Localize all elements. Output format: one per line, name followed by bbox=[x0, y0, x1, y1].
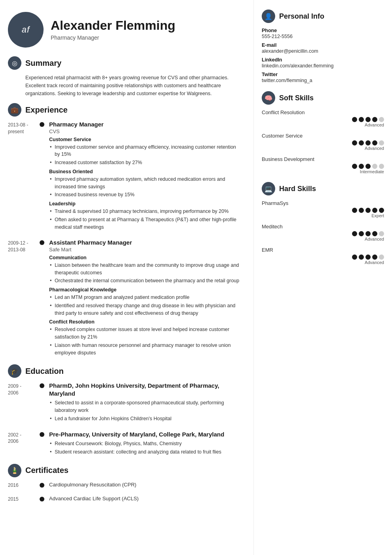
education-icon: 🎓 bbox=[8, 364, 21, 378]
list-item: Selected to assist in a corporate-sponso… bbox=[49, 399, 242, 414]
edu-2: 2002 -2006 Pre-Pharmacy, University of M… bbox=[8, 431, 242, 457]
dot-1 bbox=[352, 255, 357, 260]
experience-title: Experience bbox=[25, 105, 68, 115]
skill-name: Meditech bbox=[262, 224, 384, 230]
skill-dots bbox=[262, 255, 384, 260]
education-title: Education bbox=[25, 367, 64, 376]
dot-5 bbox=[379, 164, 384, 169]
dot-4 bbox=[372, 231, 377, 236]
candidate-title: Pharmacy Manager bbox=[51, 34, 175, 41]
dot-1 bbox=[352, 140, 357, 145]
job-1-sub2-bullets: Improved pharmacy automation system, whi… bbox=[49, 176, 242, 199]
dot-2 bbox=[359, 164, 364, 169]
personal-info-header: 👤 Personal Info bbox=[262, 10, 384, 23]
right-column: 👤 Personal Info Phone 555-212-5556 E-mai… bbox=[253, 0, 392, 555]
job-1: 2013-08 -present Pharmacy Manager CVS Cu… bbox=[8, 121, 242, 232]
dot-5 bbox=[379, 117, 384, 122]
hard-skills-header: 💻 Hard Skills bbox=[262, 182, 384, 195]
left-column: af Alexander Flemming Pharmacy Manager ◎… bbox=[0, 0, 253, 555]
job-1-sub3-title: Leadership bbox=[49, 201, 242, 207]
twitter-value: twitter.com/flemming_a bbox=[262, 78, 384, 83]
skill-name: Business Development bbox=[262, 156, 384, 162]
edu-2-bullets: Relevant Coursework: Biology, Physics, M… bbox=[49, 440, 242, 456]
list-item: Trained & supervised 10 pharmacy technic… bbox=[49, 208, 242, 215]
phone-value: 555-212-5556 bbox=[262, 34, 384, 39]
dot-2 bbox=[359, 231, 364, 236]
soft-skills-title: Soft Skills bbox=[279, 94, 314, 102]
skill-level: Advanced bbox=[262, 237, 384, 241]
edu-2-content: Pre-Pharmacy, University of Maryland, Co… bbox=[49, 431, 242, 457]
summary-header: ◎ Summary bbox=[8, 56, 242, 70]
job-2-company: Safe Mart bbox=[49, 247, 242, 253]
avatar-initials: af bbox=[22, 25, 30, 35]
dot-5 bbox=[379, 255, 384, 260]
job-2-title: Assistant Pharmacy Manager bbox=[49, 239, 242, 247]
job-1-dates: 2013-08 -present bbox=[8, 121, 40, 135]
summary-text: Experienced retail pharmacist with 8+ ye… bbox=[25, 74, 242, 98]
cert-2-dot bbox=[40, 497, 44, 501]
job-2: 2009-12 -2013-08 Assistant Pharmacy Mana… bbox=[8, 239, 242, 357]
dot-5 bbox=[379, 231, 384, 236]
dot-3 bbox=[365, 255, 371, 260]
skill-dots bbox=[262, 231, 384, 236]
email-value: alexander@penicillin.com bbox=[262, 48, 384, 54]
dot-4 bbox=[372, 117, 377, 122]
job-1-sub1-title: Customer Service bbox=[49, 137, 242, 142]
job-1-dot bbox=[40, 122, 44, 127]
summary-title: Summary bbox=[25, 59, 61, 68]
dot-2 bbox=[359, 208, 364, 213]
experience-header: 💼 Experience bbox=[8, 103, 242, 117]
soft-skills-section: 🧠 Soft Skills Conflict Resolution Advanc… bbox=[262, 91, 384, 174]
skill-dots bbox=[262, 140, 384, 145]
avatar: af bbox=[8, 12, 44, 48]
edu-2-dates: 2002 -2006 bbox=[8, 431, 40, 445]
dot-3 bbox=[365, 140, 371, 145]
skill-meditech: Meditech Advanced bbox=[262, 224, 384, 241]
skill-pharmasys: PharmaSys Expert bbox=[262, 200, 384, 218]
list-item: Resolved complex customer issues at stor… bbox=[49, 326, 242, 341]
list-item: Increased business revenue by 15% bbox=[49, 191, 242, 199]
job-2-content: Assistant Pharmacy Manager Safe Mart Com… bbox=[49, 239, 242, 357]
certificates-header: 🎍 Certificates bbox=[8, 464, 242, 477]
edu-1: 2009 -2006 PharmD, John Hopkins Universi… bbox=[8, 382, 242, 423]
dot-3 bbox=[365, 231, 371, 236]
dot-3 bbox=[365, 164, 371, 169]
job-2-sub2-title: Pharmacological Knowledge bbox=[49, 287, 242, 293]
education-header: 🎓 Education bbox=[8, 364, 242, 378]
skill-conflict-resolution: Conflict Resolution Advanced bbox=[262, 109, 384, 127]
skill-level: Advanced bbox=[262, 146, 384, 151]
list-item: Often asked to present at at Pharmacy & … bbox=[49, 216, 242, 231]
job-1-sub2-title: Business Oriented bbox=[49, 169, 242, 174]
header-info: Alexander Flemming Pharmacy Manager bbox=[51, 19, 175, 40]
skill-business-development: Business Development Intermediate bbox=[262, 156, 384, 174]
job-2-sub1-title: Communication bbox=[49, 255, 242, 260]
experience-icon: 💼 bbox=[8, 103, 21, 117]
job-2-dot bbox=[40, 240, 44, 245]
list-item: Relevant Coursework: Biology, Physics, M… bbox=[49, 440, 242, 448]
hard-skills-section: 💻 Hard Skills PharmaSys Expert Meditech bbox=[262, 182, 384, 265]
hard-skills-icon: 💻 bbox=[262, 182, 275, 195]
dot-3 bbox=[365, 208, 371, 213]
personal-info-title: Personal Info bbox=[279, 12, 324, 21]
list-item: Improved pharmacy automation system, whi… bbox=[49, 176, 242, 191]
hard-skills-title: Hard Skills bbox=[279, 185, 316, 193]
twitter-label: Twitter bbox=[262, 72, 384, 77]
dot-1 bbox=[352, 164, 357, 169]
edu-1-bullets: Selected to assist in a corporate-sponso… bbox=[49, 399, 242, 422]
dot-1 bbox=[352, 117, 357, 122]
cert-2-date: 2015 bbox=[8, 495, 40, 502]
cert-1-dot bbox=[40, 483, 44, 488]
job-1-content: Pharmacy Manager CVS Customer Service Im… bbox=[49, 121, 242, 232]
summary-section: ◎ Summary Experienced retail pharmacist … bbox=[8, 56, 242, 98]
certificates-title: Certificates bbox=[25, 466, 69, 475]
dot-4 bbox=[372, 208, 377, 213]
skill-emr: EMR Advanced bbox=[262, 247, 384, 265]
skill-dots bbox=[262, 164, 384, 169]
cert-2-name: Advanced Cardiac Life Support (ACLS) bbox=[49, 495, 242, 501]
soft-skills-header: 🧠 Soft Skills bbox=[262, 91, 384, 105]
dot-4 bbox=[372, 164, 377, 169]
dot-4 bbox=[372, 140, 377, 145]
skill-level: Advanced bbox=[262, 260, 384, 265]
dot-1 bbox=[352, 231, 357, 236]
edu-2-dot bbox=[40, 432, 44, 437]
